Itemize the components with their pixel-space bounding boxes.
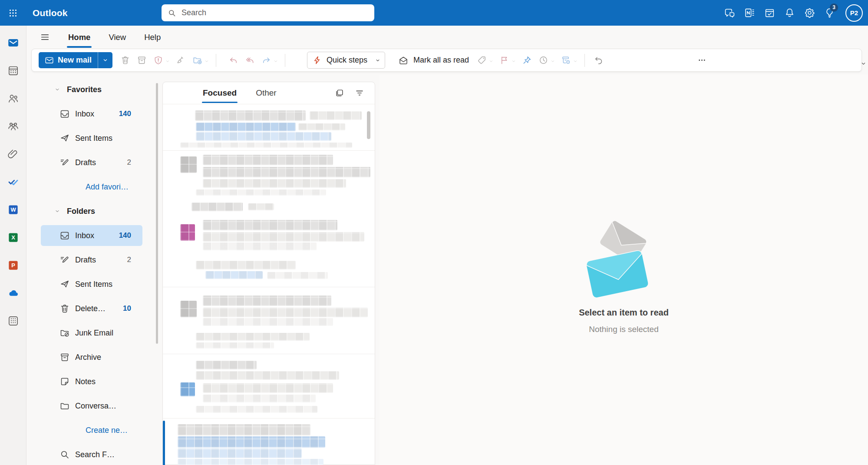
mail-read-icon — [398, 55, 409, 66]
unread-count: 2 — [127, 158, 131, 167]
ribbon-collapse-chevron[interactable] — [860, 60, 867, 67]
settings-button[interactable] — [799, 3, 819, 23]
mark-all-as-read-label: Mark all as read — [413, 56, 469, 65]
rail-item-more-apps[interactable] — [0, 307, 26, 335]
list-tab-other[interactable]: Other — [256, 88, 277, 98]
onedrive-icon — [7, 287, 19, 299]
redacted-block — [178, 448, 302, 458]
folder-item-delete-[interactable]: Delete…10 — [41, 298, 142, 319]
folder-item-inbox[interactable]: Inbox140 — [41, 103, 142, 124]
rail-item-calendar[interactable] — [0, 56, 26, 84]
folder-item-search-f-[interactable]: Search F… — [41, 444, 142, 465]
chevron-down-icon — [204, 59, 209, 64]
redacted-block — [195, 110, 306, 121]
onenote-feed-button[interactable] — [739, 3, 759, 23]
filter-icon[interactable] — [355, 88, 364, 98]
rules-button[interactable] — [558, 52, 574, 69]
rail-item-word[interactable]: W — [0, 196, 26, 223]
search-icon — [168, 9, 176, 17]
new-mail-dropdown-chevron[interactable] — [98, 52, 112, 68]
reply-icon — [228, 55, 238, 65]
reply-button[interactable] — [225, 52, 241, 69]
mark-all-as-read-button[interactable]: Mark all as read — [398, 55, 469, 66]
redacted-block — [196, 132, 331, 141]
snooze-chevron[interactable] — [550, 59, 557, 64]
excel-icon: X — [7, 232, 19, 243]
pin-button[interactable] — [518, 52, 535, 69]
my-day-button[interactable] — [759, 3, 779, 23]
folder-item-archive[interactable]: Archive — [41, 347, 142, 368]
undo-button[interactable] — [590, 52, 607, 69]
folder-item-conversa-[interactable]: Conversa… — [41, 395, 142, 416]
move-to-chevron[interactable] — [204, 59, 211, 64]
forward-chevron[interactable] — [273, 59, 280, 64]
new-mail-split-button[interactable]: New mail — [39, 52, 112, 68]
redacted-block — [203, 220, 337, 230]
new-mail-label: New mail — [58, 56, 92, 65]
notifications-button[interactable] — [779, 3, 799, 23]
report-button[interactable] — [150, 52, 166, 69]
rail-item-files[interactable] — [0, 140, 26, 168]
rules-chevron[interactable] — [573, 59, 579, 64]
sidebar-link-add-favori-[interactable]: Add favori… — [41, 176, 142, 197]
folder-pane: FavoritesInbox140Sent ItemsDrafts2Add fa… — [26, 79, 161, 465]
rail-item-onedrive[interactable] — [0, 279, 26, 307]
snooze-button[interactable] — [535, 52, 551, 69]
folder-item-drafts[interactable]: Drafts2 — [41, 249, 142, 270]
categorize-chevron[interactable] — [488, 59, 495, 64]
tips-button[interactable]: 3 — [819, 3, 839, 23]
redacted-block — [203, 308, 368, 317]
menu-tab-home[interactable]: Home — [66, 28, 93, 46]
quick-steps-chevron[interactable] — [371, 52, 385, 68]
chat-button[interactable] — [719, 3, 739, 23]
rail-item-to-do[interactable] — [0, 168, 26, 196]
sidebar-link-create-ne-[interactable]: Create ne… — [41, 420, 142, 441]
sweep-button[interactable] — [172, 52, 189, 69]
toolbar-separator — [285, 54, 285, 67]
folder-item-sent-items[interactable]: Sent Items — [41, 274, 142, 295]
rail-item-groups[interactable] — [0, 112, 26, 140]
chat-icon — [724, 7, 735, 18]
redacted-block — [180, 301, 197, 317]
rail-item-people[interactable] — [0, 84, 26, 112]
menu-tab-help[interactable]: Help — [142, 28, 163, 46]
quick-steps-button[interactable]: Quick steps — [307, 52, 385, 69]
folder-item-junk-email[interactable]: Junk Email — [41, 322, 142, 343]
list-separator — [163, 287, 375, 287]
reply-all-button[interactable] — [241, 52, 258, 69]
message-list-redacted-items[interactable] — [163, 104, 375, 465]
app-launcher-waffle-icon[interactable] — [0, 0, 26, 26]
section-header-folders[interactable]: Folders — [26, 201, 161, 222]
categorize-button[interactable] — [473, 52, 490, 69]
rail-item-excel[interactable]: X — [0, 223, 26, 251]
move-to-button[interactable] — [189, 52, 205, 69]
flag-button[interactable] — [496, 52, 512, 69]
delete-button[interactable] — [117, 52, 133, 69]
chevron-down-icon — [488, 59, 494, 64]
folder-item-notes[interactable]: Notes — [41, 371, 142, 392]
archive-button[interactable] — [133, 52, 150, 69]
search-box[interactable] — [162, 4, 374, 21]
section-header-favorites[interactable]: Favorites — [26, 79, 161, 100]
folder-item-sent-items[interactable]: Sent Items — [41, 128, 142, 149]
rail-item-mail[interactable] — [0, 29, 26, 56]
list-tab-focused[interactable]: Focused — [203, 88, 237, 98]
new-mail-button[interactable]: New mail — [39, 52, 98, 68]
folder-item-drafts[interactable]: Drafts2 — [41, 152, 142, 173]
archive-icon — [137, 55, 147, 65]
topbar-actions: 3 P2 — [719, 0, 863, 26]
rail-item-powerpoint[interactable]: P — [0, 251, 26, 279]
menu-tab-view[interactable]: View — [106, 28, 129, 46]
account-avatar[interactable]: P2 — [845, 4, 863, 22]
hamburger-menu-icon[interactable] — [35, 28, 54, 47]
select-all-icon[interactable] — [335, 88, 344, 98]
sent-items-icon — [59, 279, 70, 289]
search-input[interactable] — [181, 8, 368, 18]
forward-button[interactable] — [258, 52, 274, 69]
folder-pane-scrollbar[interactable] — [156, 83, 158, 344]
more-commands-ellipsis-button[interactable] — [693, 52, 710, 69]
folder-item-inbox[interactable]: Inbox140 — [41, 225, 142, 246]
flag-chevron[interactable] — [511, 59, 518, 64]
forward-icon — [261, 55, 271, 65]
report-chevron[interactable] — [165, 59, 172, 64]
